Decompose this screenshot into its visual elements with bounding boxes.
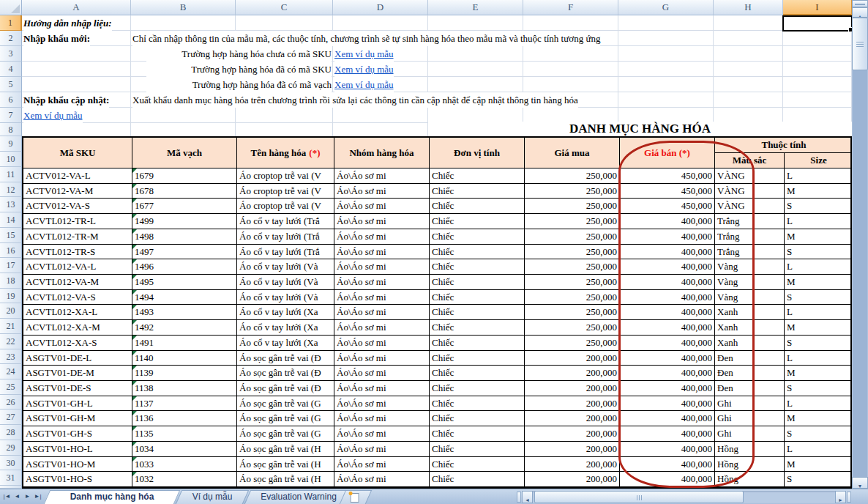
cell-E25[interactable]: Chiếc bbox=[430, 381, 525, 396]
cell-H25[interactable]: Đen bbox=[715, 381, 785, 396]
cell-I25[interactable]: S bbox=[785, 381, 852, 396]
cell-G18[interactable]: 400,000 bbox=[620, 275, 715, 290]
cell-G30[interactable]: 400,000 bbox=[620, 457, 715, 472]
row-header-21[interactable]: 21 bbox=[0, 319, 22, 334]
cell-A27[interactable]: ASGTV01-GH-M bbox=[23, 411, 132, 426]
row-header-12[interactable]: 12 bbox=[0, 182, 22, 198]
cell-C23[interactable]: Áo sọc gân trễ vai (Đ bbox=[237, 351, 334, 366]
cell-E19[interactable]: Chiếc bbox=[430, 290, 525, 305]
case-has-sku-link[interactable]: Xem ví dụ mẫu bbox=[334, 62, 394, 77]
cell-G24[interactable]: 400,000 bbox=[620, 366, 715, 381]
cell-B25[interactable]: 1138 bbox=[132, 381, 237, 396]
cell-C29[interactable]: Áo sọc gân trễ vai (H bbox=[237, 442, 334, 457]
cell-A26[interactable]: ASGTV01-GH-L bbox=[23, 396, 132, 412]
cell-F30[interactable]: 200,000 bbox=[525, 457, 620, 472]
cell-I11[interactable]: L bbox=[785, 168, 852, 184]
cell-I14[interactable]: L bbox=[785, 214, 852, 229]
cell-C21[interactable]: Áo cổ v tay lưới (Xa bbox=[237, 320, 334, 336]
cell-H16[interactable]: Trắng bbox=[715, 245, 785, 260]
cell-D27[interactable]: Áo\Áo sơ mi bbox=[334, 411, 430, 426]
cell-D16[interactable]: Áo\Áo sơ mi bbox=[334, 245, 430, 260]
row-header-10[interactable]: 10 bbox=[0, 152, 22, 167]
cell-I20[interactable]: L bbox=[785, 305, 852, 320]
cell-I27[interactable]: M bbox=[785, 411, 852, 426]
cell-F13[interactable]: 250,000 bbox=[525, 199, 620, 214]
cell-H11[interactable]: VÀNG bbox=[715, 168, 785, 184]
cell-G26[interactable]: 400,000 bbox=[620, 396, 715, 412]
row-header-9[interactable]: 9 bbox=[0, 136, 22, 152]
cell-G31[interactable]: 400,000 bbox=[620, 472, 715, 487]
cell-F31[interactable]: 200,000 bbox=[525, 472, 620, 487]
cell-C31[interactable]: Áo sọc gân trễ vai (H bbox=[237, 472, 334, 487]
vertical-split-handle[interactable] bbox=[852, 0, 868, 7]
row-header-6[interactable]: 6 bbox=[0, 92, 22, 108]
cell-B27[interactable]: 1136 bbox=[132, 411, 237, 426]
header-ten-hang-hoa[interactable]: Tên hàng hóa (*) bbox=[237, 138, 334, 168]
cell-F27[interactable]: 200,000 bbox=[525, 411, 620, 426]
cell-A25[interactable]: ASGTV01-DE-S bbox=[23, 381, 132, 396]
row-header-5[interactable]: 5 bbox=[0, 77, 22, 92]
row-header-24[interactable]: 24 bbox=[0, 364, 22, 379]
cell-D15[interactable]: Áo\Áo sơ mi bbox=[334, 229, 430, 245]
cell-A15[interactable]: ACVTL012-TR-M bbox=[23, 229, 132, 245]
cell-C11[interactable]: Áo croptop trễ vai (V bbox=[237, 168, 334, 184]
cell-D28[interactable]: Áo\Áo sơ mi bbox=[334, 426, 430, 442]
cell-A21[interactable]: ACVTL012-XA-M bbox=[23, 320, 132, 336]
cell-H22[interactable]: Xanh bbox=[715, 336, 785, 351]
cell-B11[interactable]: 1679 bbox=[132, 168, 237, 184]
cell-D29[interactable]: Áo\Áo sơ mi bbox=[334, 442, 430, 457]
cell-D14[interactable]: Áo\Áo sơ mi bbox=[334, 214, 430, 229]
cell-B21[interactable]: 1492 bbox=[132, 320, 237, 336]
cell-B20[interactable]: 1493 bbox=[132, 305, 237, 320]
cell-G28[interactable]: 400,000 bbox=[620, 426, 715, 442]
cell-B28[interactable]: 1135 bbox=[132, 426, 237, 442]
insert-worksheet-tab[interactable] bbox=[340, 490, 372, 504]
cell-G23[interactable]: 400,000 bbox=[620, 351, 715, 366]
row-header-19[interactable]: 19 bbox=[0, 289, 22, 304]
cell-D30[interactable]: Áo\Áo sơ mi bbox=[334, 457, 430, 472]
cell-A29[interactable]: ASGTV01-HO-L bbox=[23, 442, 132, 457]
cell-H24[interactable]: Đen bbox=[715, 366, 785, 381]
cell-I15[interactable]: M bbox=[785, 229, 852, 245]
cell-H27[interactable]: Ghi bbox=[715, 411, 785, 426]
cell-C26[interactable]: Áo sọc gân trễ vai (G bbox=[237, 396, 334, 412]
horizontal-scroll-thumb[interactable] bbox=[534, 491, 744, 503]
cell-C14[interactable]: Áo cổ v tay lưới (Trắ bbox=[237, 214, 334, 229]
cell-A20[interactable]: ACVTL012-XA-L bbox=[23, 305, 132, 320]
cell-I13[interactable]: S bbox=[785, 199, 852, 214]
horizontal-split-handle[interactable] bbox=[517, 492, 521, 503]
cell-A11[interactable]: ACTV012-VA-L bbox=[23, 168, 132, 184]
row-header-8[interactable]: 8 bbox=[0, 123, 22, 136]
cell-A30[interactable]: ASGTV01-HO-M bbox=[23, 457, 132, 472]
cell-G22[interactable]: 400,000 bbox=[620, 336, 715, 351]
row-header-1[interactable]: 1 bbox=[0, 15, 22, 31]
header-mau-sac[interactable]: Màu sắc bbox=[715, 153, 785, 168]
cell-F24[interactable]: 200,000 bbox=[525, 366, 620, 381]
cell-A14[interactable]: ACVTL012-TR-L bbox=[23, 214, 132, 229]
cell-D24[interactable]: Áo\Áo sơ mi bbox=[334, 366, 430, 381]
vertical-scroll-thumb[interactable] bbox=[852, 18, 868, 70]
row-header-31[interactable]: 31 bbox=[0, 470, 22, 486]
cell-H30[interactable]: Hồng bbox=[715, 457, 785, 472]
cell-H14[interactable]: Trắng bbox=[715, 214, 785, 229]
row-header-16[interactable]: 16 bbox=[0, 243, 22, 259]
cell-D22[interactable]: Áo\Áo sơ mi bbox=[334, 336, 430, 351]
sheet-tab-1[interactable]: Danh mục hàng hóa bbox=[44, 490, 180, 504]
cell-B12[interactable]: 1678 bbox=[132, 184, 237, 199]
cell-C27[interactable]: Áo sọc gân trễ vai (G bbox=[237, 411, 334, 426]
cell-H20[interactable]: Xanh bbox=[715, 305, 785, 320]
cell-E30[interactable]: Chiếc bbox=[430, 457, 525, 472]
cell-E18[interactable]: Chiếc bbox=[430, 275, 525, 290]
cell-C18[interactable]: Áo cổ v tay lưới (Và bbox=[237, 275, 334, 290]
cell-A31[interactable]: ASGTV01-HO-S bbox=[23, 472, 132, 487]
cell-H12[interactable]: VÀNG bbox=[715, 184, 785, 199]
cell-D17[interactable]: Áo\Áo sơ mi bbox=[334, 259, 430, 275]
cell-B17[interactable]: 1496 bbox=[132, 259, 237, 275]
cell-F18[interactable]: 250,000 bbox=[525, 275, 620, 290]
cell-G13[interactable]: 450,000 bbox=[620, 199, 715, 214]
cell-D21[interactable]: Áo\Áo sơ mi bbox=[334, 320, 430, 336]
column-header-E[interactable]: E bbox=[428, 0, 523, 15]
cell-E22[interactable]: Chiếc bbox=[430, 336, 525, 351]
row-header-14[interactable]: 14 bbox=[0, 212, 22, 228]
horizontal-split-handle-right[interactable] bbox=[847, 492, 851, 503]
